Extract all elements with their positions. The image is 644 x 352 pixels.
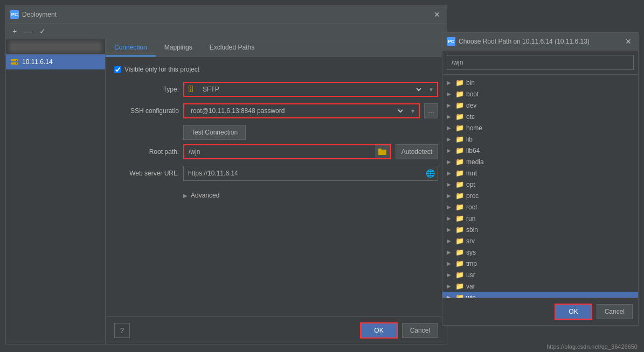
type-select-wrapper: 🗄 SFTP ▼ xyxy=(183,82,438,97)
tree-arrow-etc[interactable]: ▶ xyxy=(447,114,453,119)
type-select[interactable]: SFTP xyxy=(196,83,423,96)
tree-arrow-usr[interactable]: ▶ xyxy=(447,272,453,278)
tree-arrow-sys[interactable]: ▶ xyxy=(447,249,453,255)
cancel-button[interactable]: Cancel xyxy=(402,323,438,338)
type-label: Type: xyxy=(114,86,179,93)
dialog-content: 10.11.6.14 Connection Mappings Excluded … xyxy=(6,39,447,344)
tree-arrow-proc[interactable]: ▶ xyxy=(447,193,453,199)
tree-item-home[interactable]: ▶ 📁 home xyxy=(442,122,638,133)
choose-root-titlebar: PC Choose Root Path on 10.11.6.14 (10.11… xyxy=(442,33,638,51)
tree-arrow-mnt[interactable]: ▶ xyxy=(447,170,453,176)
tree-item-mnt[interactable]: ▶ 📁 mnt xyxy=(442,167,638,179)
folder-icon-lib: 📁 xyxy=(455,135,464,143)
tree-arrow-root[interactable]: ▶ xyxy=(447,204,453,210)
path-input[interactable] xyxy=(447,55,634,70)
root-path-input[interactable] xyxy=(184,145,373,158)
tree-label-etc: etc xyxy=(466,113,475,121)
tree-label-dev: dev xyxy=(466,102,476,109)
status-url: https://blog.csdn.net/qq_36426650 xyxy=(546,343,638,350)
web-icon: 🌐 xyxy=(426,169,435,178)
tree-item-sbin[interactable]: ▶ 📁 sbin xyxy=(442,224,638,235)
check-button[interactable]: ✓ xyxy=(37,26,48,37)
sftp-icon: 🗄 xyxy=(188,86,194,93)
tree-item-proc[interactable]: ▶ 📁 proc xyxy=(442,190,638,201)
tree-item-dev[interactable]: ▶ 📁 dev xyxy=(442,100,638,111)
tree-item-run[interactable]: ▶ 📁 run xyxy=(442,213,638,224)
help-button[interactable]: ? xyxy=(114,323,130,338)
tree-item-tmp[interactable]: ▶ 📁 tmp xyxy=(442,258,638,269)
choose-root-pc-icon: PC xyxy=(447,37,455,46)
tab-mappings[interactable]: Mappings xyxy=(156,39,201,57)
folder-icon-mnt: 📁 xyxy=(455,169,464,177)
tree-arrow-dev[interactable]: ▶ xyxy=(447,102,453,108)
ssh-more-button[interactable]: … xyxy=(424,103,438,118)
root-path-input-wrapper xyxy=(183,144,391,159)
folder-icon-proc: 📁 xyxy=(455,192,464,200)
web-server-input[interactable] xyxy=(183,166,438,181)
browse-button[interactable] xyxy=(375,145,390,158)
folder-icon-bin: 📁 xyxy=(455,79,464,87)
tree-item-sys[interactable]: ▶ 📁 sys xyxy=(442,247,638,258)
choose-root-title: PC Choose Root Path on 10.11.6.14 (10.11… xyxy=(447,37,590,46)
folder-icon-srv: 📁 xyxy=(455,237,464,245)
ok-button[interactable]: OK xyxy=(360,322,397,339)
sidebar-server-item[interactable]: 10.11.6.14 xyxy=(6,54,105,69)
dialog-title: Deployment xyxy=(22,11,57,18)
tree-arrow-opt[interactable]: ▶ xyxy=(447,181,453,187)
tree-arrow-srv[interactable]: ▶ xyxy=(447,238,453,244)
tree-arrow-tmp[interactable]: ▶ xyxy=(447,261,453,266)
close-button[interactable]: ✕ xyxy=(432,9,442,20)
tree-arrow-lib64[interactable]: ▶ xyxy=(447,147,453,153)
tree-item-var[interactable]: ▶ 📁 var xyxy=(442,280,638,292)
tree-item-boot[interactable]: ▶ 📁 boot xyxy=(442,88,638,100)
tree-arrow-sbin[interactable]: ▶ xyxy=(447,227,453,233)
ssh-input-wrapper: root@10.11.6.13:8848 password ▼ xyxy=(183,103,420,118)
tree-label-boot: boot xyxy=(466,90,479,98)
tree-arrow-media[interactable]: ▶ xyxy=(447,159,453,165)
tree-arrow-run[interactable]: ▶ xyxy=(447,215,453,221)
visible-only-row: Visible only for this project xyxy=(114,66,438,73)
sidebar-blurred-item xyxy=(9,41,102,52)
tab-excluded-paths[interactable]: Excluded Paths xyxy=(201,39,263,57)
tree-arrow-boot[interactable]: ▶ xyxy=(447,91,453,97)
autodetect-button[interactable]: Autodetect xyxy=(396,144,438,159)
tree-label-run: run xyxy=(466,215,475,222)
tree-label-lib: lib xyxy=(466,136,473,143)
tree-arrow-var[interactable]: ▶ xyxy=(447,283,453,289)
tree-arrow-bin[interactable]: ▶ xyxy=(447,80,453,86)
folder-icon-root: 📁 xyxy=(455,203,464,211)
ssh-select-arrow-icon: ▼ xyxy=(407,108,419,114)
folder-browse-icon xyxy=(378,148,387,156)
tree-item-etc[interactable]: ▶ 📁 etc xyxy=(442,111,638,122)
deployment-dialog: PC Deployment ✕ + — ✓ 10.11.6.14 xyxy=(5,5,447,344)
tree-arrow-lib[interactable]: ▶ xyxy=(447,136,453,142)
tree-item-lib[interactable]: ▶ 📁 lib xyxy=(442,133,638,145)
web-server-row: Web server URL: 🌐 xyxy=(114,166,438,181)
tree-item-usr[interactable]: ▶ 📁 usr xyxy=(442,269,638,280)
choose-root-cancel-button[interactable]: Cancel xyxy=(597,304,633,319)
tree-item-root[interactable]: ▶ 📁 root xyxy=(442,201,638,213)
tree-item-media[interactable]: ▶ 📁 media xyxy=(442,156,638,167)
choose-root-ok-button[interactable]: OK xyxy=(555,304,592,320)
tree-label-media: media xyxy=(466,158,484,166)
tree-label-opt: opt xyxy=(466,181,475,188)
tree-item-srv[interactable]: ▶ 📁 srv xyxy=(442,235,638,247)
advanced-section[interactable]: ▶ Advanced xyxy=(183,187,438,203)
folder-icon-wjn: 📁 xyxy=(455,293,464,298)
ssh-select[interactable]: root@10.11.6.13:8848 password xyxy=(184,104,405,117)
add-button[interactable]: + xyxy=(10,26,19,37)
minus-button[interactable]: — xyxy=(22,26,34,37)
folder-icon-tmp: 📁 xyxy=(455,259,464,267)
choose-root-close-button[interactable]: ✕ xyxy=(623,36,634,47)
titlebar-actions: ✕ xyxy=(432,9,442,20)
tree-arrow-home[interactable]: ▶ xyxy=(447,125,453,131)
tree-item-opt[interactable]: ▶ 📁 opt xyxy=(442,179,638,190)
visible-only-checkbox[interactable] xyxy=(114,66,121,73)
test-connection-button[interactable]: Test Connection xyxy=(183,125,246,140)
tree-item-wjn[interactable]: ▶ 📁 wjn xyxy=(442,292,638,298)
tree-item-lib64[interactable]: ▶ 📁 lib64 xyxy=(442,145,638,156)
folder-icon-opt: 📁 xyxy=(455,180,464,188)
titlebar-left: PC Deployment xyxy=(10,10,57,19)
tab-connection[interactable]: Connection xyxy=(106,39,156,57)
tree-item-bin[interactable]: ▶ 📁 bin xyxy=(442,77,638,88)
